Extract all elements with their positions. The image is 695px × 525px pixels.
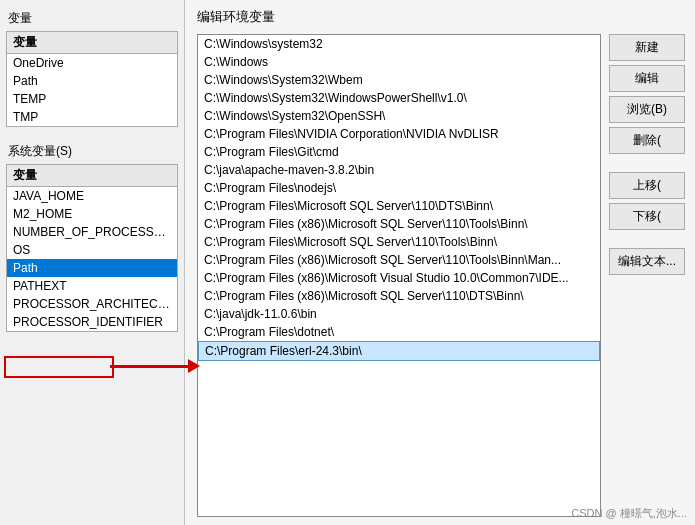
path-item[interactable]: C:\java\jdk-11.0.6\bin — [198, 305, 600, 323]
right-panel-title: 编辑环境变量 — [197, 8, 685, 26]
path-item[interactable]: C:\java\apache-maven-3.8.2\bin — [198, 161, 600, 179]
path-list[interactable]: C:\Windows\system32C:\WindowsC:\Windows\… — [197, 34, 601, 517]
arrow-head — [188, 359, 200, 373]
system-var-row[interactable]: Path — [7, 259, 177, 277]
delete-button[interactable]: 删除( — [609, 127, 685, 154]
system-vars-label: 系统变量(S) — [0, 139, 184, 162]
system-var-row[interactable]: NUMBER_OF_PROCESSORS — [7, 223, 177, 241]
path-item[interactable]: C:\Program Files\dotnet\ — [198, 323, 600, 341]
path-item[interactable]: C:\Windows\System32\WindowsPowerShell\v1… — [198, 89, 600, 107]
system-vars-table: 变量 JAVA_HOMEM2_HOMENUMBER_OF_PROCESSORSO… — [6, 164, 178, 332]
user-vars-table: 变量 OneDrivePathTEMPTMP — [6, 31, 178, 127]
system-vars-header: 变量 — [7, 165, 177, 187]
path-item[interactable]: C:\Program Files\erl-24.3\bin\ — [198, 341, 600, 361]
path-item[interactable]: C:\Windows\System32\Wbem — [198, 71, 600, 89]
system-var-row[interactable]: OS — [7, 241, 177, 259]
path-item[interactable]: C:\Windows\System32\OpenSSH\ — [198, 107, 600, 125]
arrow-line — [110, 365, 188, 368]
edit-button[interactable]: 编辑 — [609, 65, 685, 92]
system-var-row[interactable]: PROCESSOR_IDENTIFIER — [7, 313, 177, 331]
section-divider — [0, 129, 184, 139]
right-buttons: 新建 编辑 浏览(B) 删除( 上移( 下移( 编辑文本... — [609, 34, 685, 517]
user-vars-header: 变量 — [7, 32, 177, 54]
user-var-row[interactable]: Path — [7, 72, 177, 90]
path-item[interactable]: C:\Program Files (x86)\Microsoft Visual … — [198, 269, 600, 287]
browse-button[interactable]: 浏览(B) — [609, 96, 685, 123]
user-vars-label: 变量 — [0, 6, 184, 29]
left-panel: 变量 变量 OneDrivePathTEMPTMP 系统变量(S) 变量 JAV… — [0, 0, 185, 525]
watermark: CSDN @ 橦暻气,泡水... — [571, 506, 687, 521]
user-var-row[interactable]: TEMP — [7, 90, 177, 108]
buttons-spacer-2 — [609, 234, 685, 244]
move-up-button[interactable]: 上移( — [609, 172, 685, 199]
arrow-indicator — [110, 355, 200, 377]
system-var-row[interactable]: PATHEXT — [7, 277, 177, 295]
path-item[interactable]: C:\Program Files\NVIDIA Corporation\NVID… — [198, 125, 600, 143]
path-item[interactable]: C:\Program Files (x86)\Microsoft SQL Ser… — [198, 251, 600, 269]
system-var-row[interactable]: M2_HOME — [7, 205, 177, 223]
right-content: C:\Windows\system32C:\WindowsC:\Windows\… — [197, 34, 685, 517]
new-button[interactable]: 新建 — [609, 34, 685, 61]
system-var-row[interactable]: PROCESSOR_ARCHITECTURE — [7, 295, 177, 313]
path-item[interactable]: C:\Program Files\nodejs\ — [198, 179, 600, 197]
edit-text-button[interactable]: 编辑文本... — [609, 248, 685, 275]
move-down-button[interactable]: 下移( — [609, 203, 685, 230]
user-vars-body: OneDrivePathTEMPTMP — [7, 54, 177, 126]
path-item[interactable]: C:\Program Files\Git\cmd — [198, 143, 600, 161]
path-item[interactable]: C:\Program Files\Microsoft SQL Server\11… — [198, 197, 600, 215]
right-panel: 编辑环境变量 C:\Windows\system32C:\WindowsC:\W… — [185, 0, 695, 525]
buttons-spacer — [609, 158, 685, 168]
system-var-row[interactable]: JAVA_HOME — [7, 187, 177, 205]
path-item[interactable]: C:\Program Files\Microsoft SQL Server\11… — [198, 233, 600, 251]
user-var-row[interactable]: TMP — [7, 108, 177, 126]
system-vars-body: JAVA_HOMEM2_HOMENUMBER_OF_PROCESSORSOSPa… — [7, 187, 177, 331]
main-container: 变量 变量 OneDrivePathTEMPTMP 系统变量(S) 变量 JAV… — [0, 0, 695, 525]
path-item[interactable]: C:\Windows\system32 — [198, 35, 600, 53]
user-var-row[interactable]: OneDrive — [7, 54, 177, 72]
path-item[interactable]: C:\Program Files (x86)\Microsoft SQL Ser… — [198, 287, 600, 305]
path-item[interactable]: C:\Windows — [198, 53, 600, 71]
path-item[interactable]: C:\Program Files (x86)\Microsoft SQL Ser… — [198, 215, 600, 233]
